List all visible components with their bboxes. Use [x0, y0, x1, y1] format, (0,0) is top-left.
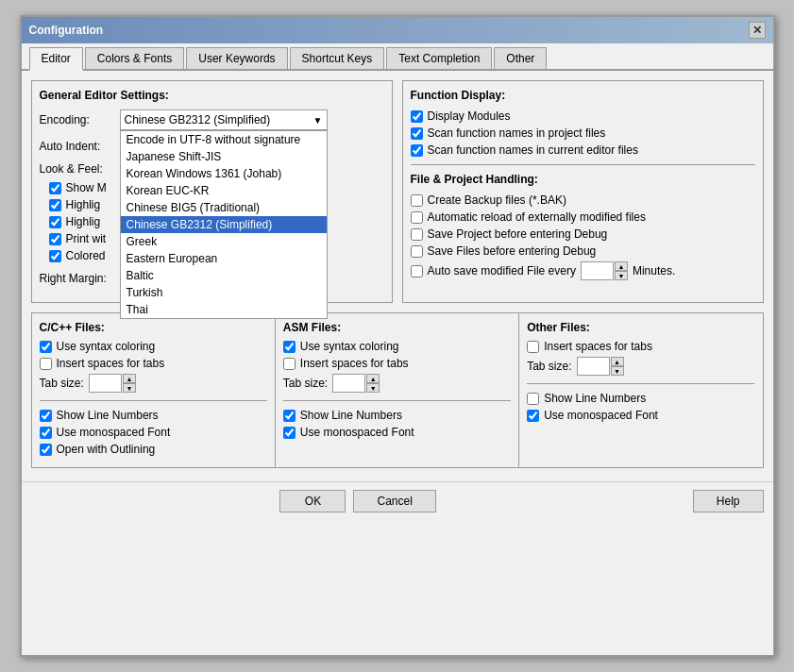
cpp-monospaced-checkbox[interactable]: [40, 427, 52, 439]
tab-colors-fonts[interactable]: Colors & Fonts: [85, 47, 184, 69]
colored-checkbox[interactable]: [49, 250, 61, 262]
dropdown-item-thai[interactable]: Thai: [121, 301, 327, 318]
save-project-debug-checkbox[interactable]: [411, 228, 423, 241]
dropdown-item-korean-euc[interactable]: Korean EUC-KR: [121, 182, 327, 199]
dropdown-item-utf8[interactable]: Encode in UTF-8 without signature: [121, 131, 327, 148]
display-modules-checkbox[interactable]: [411, 110, 423, 123]
asm-monospaced-checkbox[interactable]: [283, 427, 296, 439]
asm-tabsize-input[interactable]: 4: [332, 374, 365, 393]
print-with-checkbox[interactable]: [49, 233, 61, 245]
auto-save-spinner: 5 ▲ ▼: [581, 261, 628, 280]
asm-syntax-row: Use syntax coloring: [283, 340, 511, 353]
general-editor-panel: General Editor Settings: Encoding: Chine…: [31, 80, 393, 303]
asm-tabsize-down[interactable]: ▼: [366, 383, 380, 393]
auto-save-input[interactable]: 5: [581, 261, 614, 280]
dropdown-item-gb2312[interactable]: Chinese GB2312 (Simplified): [121, 216, 327, 233]
highlight1-label: Highlig: [66, 198, 101, 211]
encoding-dropdown[interactable]: Chinese GB2312 (Simplified) ▼: [120, 109, 328, 130]
other-title: Other Files:: [527, 321, 754, 334]
cpp-outlining-checkbox[interactable]: [40, 444, 52, 456]
cpp-tabsize-down[interactable]: ▼: [123, 383, 136, 393]
other-linenumbers-row: Show Line Numbers: [527, 392, 754, 405]
asm-divider: [283, 400, 511, 401]
other-tabsize-input[interactable]: 4: [577, 357, 610, 376]
tab-bar: Editor Colors & Fonts User Keywords Shor…: [22, 43, 773, 71]
scan-editor-label: Scan function names in current editor fi…: [428, 143, 638, 157]
other-insert-checkbox[interactable]: [527, 341, 539, 353]
other-insert-row: Insert spaces for tabs: [527, 340, 754, 353]
show-margin-label: Show M: [66, 181, 107, 194]
asm-linenumbers-row: Show Line Numbers: [283, 409, 511, 422]
cpp-linenumbers-checkbox[interactable]: [40, 410, 52, 422]
cpp-syntax-checkbox[interactable]: [40, 341, 52, 353]
cpp-tabsize-input[interactable]: 2: [89, 374, 122, 393]
other-tabsize-spinner: 4 ▲ ▼: [577, 357, 624, 376]
look-feel-label: Look & Feel:: [40, 162, 120, 176]
highlight2-checkbox[interactable]: [49, 216, 61, 228]
file-project-title: File & Project Handling:: [411, 173, 755, 186]
function-display-panel: Function Display: Display Modules Scan f…: [402, 80, 764, 303]
cpp-tabsize-row: Tab size: 2 ▲ ▼: [40, 374, 267, 393]
save-files-debug-label: Save Files before entering Debug: [428, 244, 597, 258]
close-button[interactable]: ✕: [749, 22, 766, 39]
auto-save-spinner-up[interactable]: ▲: [615, 261, 628, 271]
divider1: [411, 164, 755, 165]
asm-syntax-checkbox[interactable]: [283, 341, 296, 353]
highlight1-checkbox[interactable]: [49, 199, 61, 211]
help-button[interactable]: Help: [693, 490, 764, 512]
asm-insert-row: Insert spaces for tabs: [283, 357, 511, 370]
dropdown-item-big5[interactable]: Chinese BIG5 (Traditional): [121, 199, 327, 216]
asm-tabsize-spinner: 4 ▲ ▼: [332, 374, 380, 393]
other-linenumbers-checkbox[interactable]: [527, 393, 539, 405]
dropdown-item-vietnamese[interactable]: Vietnamese: [121, 318, 327, 319]
dropdown-item-greek[interactable]: Greek: [121, 233, 327, 250]
asm-monospaced-label: Use monospaced Font: [300, 426, 414, 439]
tab-user-keywords[interactable]: User Keywords: [186, 47, 287, 69]
scan-project-row: Scan function names in project files: [411, 126, 755, 140]
asm-insert-label: Insert spaces for tabs: [300, 357, 409, 370]
dropdown-item-korean-johab[interactable]: Korean Windows 1361 (Johab): [121, 165, 327, 182]
auto-save-spinner-down[interactable]: ▼: [615, 271, 628, 280]
save-project-debug-label: Save Project before entering Debug: [428, 227, 608, 241]
top-panels: General Editor Settings: Encoding: Chine…: [31, 80, 764, 303]
scan-editor-checkbox[interactable]: [411, 144, 423, 157]
title-bar: Configuration ✕: [22, 17, 773, 43]
scan-editor-row: Scan function names in current editor fi…: [411, 143, 755, 157]
auto-reload-checkbox[interactable]: [411, 211, 423, 224]
cpp-tabsize-up[interactable]: ▲: [123, 374, 136, 383]
encoding-value: Chinese GB2312 (Simplified): [125, 113, 271, 126]
cancel-button[interactable]: Cancel: [353, 490, 435, 512]
cpp-tabsize-btns: ▲ ▼: [123, 374, 136, 393]
bottom-panels: C/C++ Files: Use syntax coloring Insert …: [31, 312, 764, 468]
other-tabsize-down[interactable]: ▼: [611, 366, 624, 376]
cpp-tabsize-spinner: 2 ▲ ▼: [89, 374, 136, 393]
save-files-debug-checkbox[interactable]: [411, 245, 423, 258]
scan-project-checkbox[interactable]: [411, 127, 423, 140]
right-margin-label: Right Margin:: [40, 272, 120, 285]
tab-other[interactable]: Other: [494, 47, 547, 69]
other-tabsize-up[interactable]: ▲: [611, 357, 624, 366]
tab-text-completion[interactable]: Text Completion: [386, 47, 492, 69]
asm-insert-checkbox[interactable]: [283, 358, 296, 370]
colored-label: Colored: [66, 249, 106, 262]
other-monospaced-checkbox[interactable]: [527, 410, 539, 422]
auto-save-checkbox[interactable]: [411, 265, 423, 277]
scan-project-label: Scan function names in project files: [428, 126, 606, 140]
tab-editor[interactable]: Editor: [29, 47, 83, 71]
dropdown-item-eastern-euro[interactable]: Eastern European: [121, 250, 327, 267]
asm-linenumbers-checkbox[interactable]: [283, 410, 296, 422]
dropdown-item-baltic[interactable]: Baltic: [121, 267, 327, 284]
cpp-insert-checkbox[interactable]: [40, 358, 52, 370]
other-section: Other Files: Insert spaces for tabs Tab …: [519, 313, 762, 467]
show-margin-checkbox[interactable]: [49, 182, 61, 194]
cpp-syntax-row: Use syntax coloring: [40, 340, 267, 353]
dropdown-item-shift-jis[interactable]: Japanese Shift-JIS: [121, 148, 327, 165]
asm-tabsize-label: Tab size:: [283, 377, 328, 390]
other-linenumbers-label: Show Line Numbers: [544, 392, 646, 405]
tab-shortcut-keys[interactable]: Shortcut Keys: [290, 47, 385, 69]
asm-tabsize-up[interactable]: ▲: [366, 374, 380, 383]
dropdown-item-turkish[interactable]: Turkish: [121, 284, 327, 301]
ok-button[interactable]: OK: [279, 490, 346, 512]
encoding-label: Encoding:: [40, 113, 120, 126]
create-backup-checkbox[interactable]: [411, 194, 423, 207]
